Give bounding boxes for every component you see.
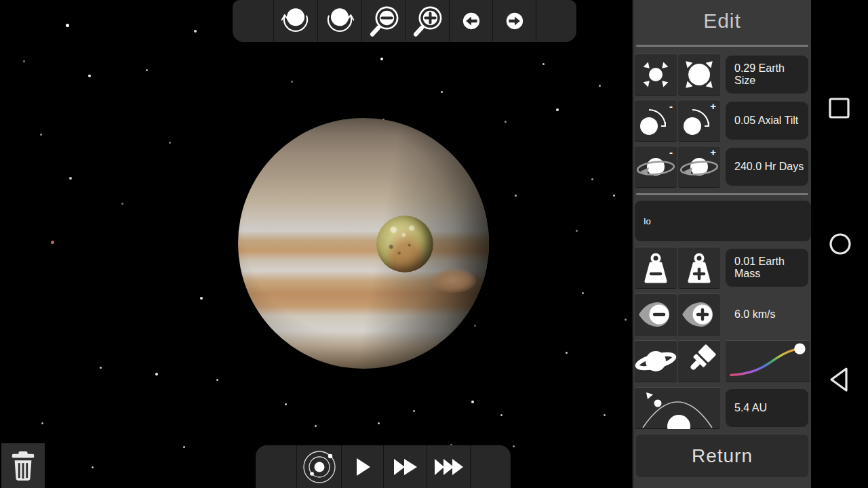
plus-sign: + [710,100,716,112]
color-curve-button[interactable] [726,340,810,382]
size-value-label: 0.29 Earth Size [726,56,808,94]
velocity-icon [678,293,720,336]
return-button[interactable]: Return [636,434,808,477]
color-gradient-curve-icon [726,341,810,382]
play-icon [353,458,372,476]
plus-sign: + [710,146,716,158]
toolbar-spacer [233,0,273,42]
planet-jupiter[interactable] [238,118,489,369]
minus-sign: - [669,100,673,112]
day-increase-button[interactable]: + [678,146,720,188]
play-button[interactable] [341,445,383,488]
mass-decrease-button[interactable] [635,247,677,289]
toolbar-spacer [470,445,511,488]
arrow-left-icon [458,7,485,35]
rotate-ccw-button[interactable] [273,0,317,42]
moon-io[interactable] [376,216,433,272]
shrink-icon [635,54,677,96]
size-decrease-button[interactable] [635,54,677,96]
velocity-icon [635,293,677,336]
zoom-in-button[interactable] [405,0,449,42]
mass-value-label: 0.01 Earth Mass [726,249,808,287]
tilt-increase-button[interactable]: + [678,100,720,142]
rotate-cw-icon [322,3,357,39]
back-triangle-icon [829,367,850,392]
zoom-in-icon [410,3,444,39]
rotate-ccw-icon [278,3,313,39]
panel-title: Edit [633,0,811,42]
toolbar-spacer [536,0,576,42]
rotate-cw-button[interactable] [317,0,361,42]
fastest-forward-icon [434,458,464,476]
mass-weight-icon [635,247,677,289]
recents-square-icon [829,98,850,119]
tilt-value-label: 0.05 Axial Tilt [726,102,808,140]
appearance-row [633,340,811,382]
trash-icon [9,449,37,482]
fast-forward-icon [393,458,418,476]
planet-type-button[interactable] [635,340,677,382]
pan-left-button[interactable] [449,0,492,42]
great-red-spot [431,268,476,293]
orbit-distance-button[interactable] [635,387,720,429]
toolbar-spacer [256,445,296,488]
orbit-view-button[interactable] [296,445,341,488]
divider [636,45,808,47]
zoom-out-button[interactable] [361,0,405,42]
camera-toolbar [233,0,576,42]
day-value-label: 240.0 Hr Days [726,148,808,186]
fastest-forward-button[interactable] [427,445,470,488]
android-home-button[interactable] [829,232,852,256]
grow-icon [678,54,720,96]
body-name-input[interactable] [635,201,811,241]
orbit-row: 5.4 AU [633,387,811,429]
day-decrease-button[interactable]: - [635,146,677,188]
mass-row: 0.01 Earth Mass [633,247,811,289]
paint-brush-icon [678,340,720,382]
edit-panel: Edit [632,0,811,488]
velocity-row: 6.0 km/s [633,293,811,336]
ringed-planet-icon [635,340,677,382]
mass-increase-button[interactable] [678,247,720,289]
delete-body-button[interactable] [1,443,45,488]
tilt-decrease-button[interactable]: - [635,100,677,142]
velocity-decrease-button[interactable] [635,293,677,336]
minus-sign: - [669,146,673,158]
pan-right-button[interactable] [492,0,536,42]
android-recents-button[interactable] [829,98,850,119]
android-nav-bar [811,0,868,488]
orbit-view-icon [300,448,338,486]
app-root: Edit [0,0,868,488]
velocity-increase-button[interactable] [678,293,720,336]
arrow-right-icon [501,7,528,35]
size-row: 0.29 Earth Size [633,54,811,96]
day-row: - + 240.0 Hr Days [633,146,811,188]
velocity-value-label: 6.0 km/s [726,293,810,336]
playback-toolbar [256,445,511,488]
mass-weight-icon [678,247,720,289]
size-increase-button[interactable] [678,54,720,96]
fast-forward-button[interactable] [383,445,427,488]
tilt-row: - + 0.05 Axial Tilt [633,100,811,142]
home-circle-icon [829,232,852,256]
paint-button[interactable] [678,340,720,382]
orbit-value-label: 5.4 AU [726,389,808,427]
divider [636,193,808,195]
orbit-path-icon [635,387,720,429]
android-back-button[interactable] [829,367,850,392]
zoom-out-icon [367,3,401,39]
